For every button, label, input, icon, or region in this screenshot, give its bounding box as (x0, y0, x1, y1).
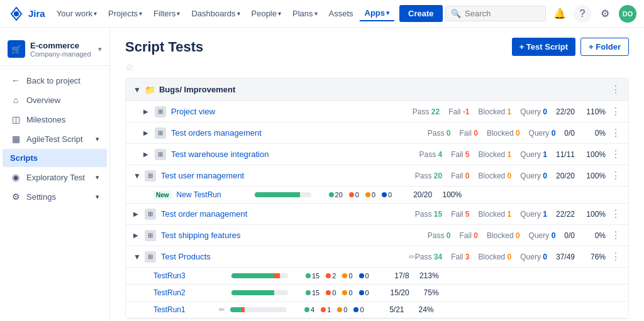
test-row-shipping: ▶ ⊞ Test shipping features Pass 0 Fail 0… (126, 225, 628, 246)
test-row-user-mgmt: ▼ ⊞ Test user management Pass 20 Fail 0 … (126, 165, 628, 187)
row-menu-icon[interactable]: ⋮ (611, 208, 621, 220)
test-type-icon: ⊞ (155, 128, 166, 139)
stats-warehouse: Pass 4 Fail 5 Blocked 1 Query 1 11/11 10… (419, 150, 606, 159)
sidebar-item-back[interactable]: ← Back to project (3, 71, 107, 90)
sidebar: 🛒 E-commerce Company-managed ▾ ← Back to… (0, 28, 110, 321)
edit-products-icon[interactable]: ✏ (409, 253, 415, 261)
stats-project-view: Pass 22 Fail -1 Blocked 1 Query 0 22/20 … (413, 107, 606, 116)
expand-order-mgmt-icon[interactable]: ▶ (133, 210, 141, 217)
agiletest-chevron-icon: ▾ (96, 135, 99, 143)
row-menu-icon[interactable]: ⋮ (611, 229, 621, 241)
row-menu-icon[interactable]: ⋮ (611, 127, 621, 139)
test-type-icon: ⊞ (145, 170, 156, 182)
collapse-products-icon[interactable]: ▼ (133, 253, 141, 261)
sidebar-item-overview[interactable]: ⌂ Overview (3, 90, 107, 109)
nav-logo[interactable]: Jira (8, 5, 45, 23)
row-menu-icon[interactable]: ⋮ (611, 106, 621, 117)
expand-orders-icon[interactable]: ▶ (143, 129, 151, 136)
search-box[interactable]: 🔍 (445, 6, 546, 21)
section-bugs-title: Bugs/ Improvement (159, 85, 235, 94)
sidebar-item-settings[interactable]: ⚙ Settings ▾ (3, 187, 107, 206)
back-icon: ← (10, 75, 21, 85)
project-icon: 🛒 (8, 40, 25, 58)
collapse-user-mgmt-icon[interactable]: ▼ (133, 171, 141, 180)
subrow-pct: 213% (417, 271, 439, 280)
expand-project-view-icon[interactable]: ▶ (143, 108, 151, 115)
create-button[interactable]: Create (399, 5, 442, 22)
nav-item-people[interactable]: People▾ (247, 6, 286, 21)
progress-bar-testrun1 (230, 307, 287, 312)
new-badge: New (153, 191, 172, 199)
notifications-icon[interactable]: 🔔 (551, 5, 569, 23)
milestones-icon: ◫ (10, 114, 21, 124)
dot-stats-testrun3: 15 2 0 0 (306, 272, 369, 280)
sidebar-item-scripts[interactable]: Scripts (3, 149, 107, 167)
section-user-mgmt: ▼ ⊞ Test user management Pass 20 Fail 0 … (126, 165, 628, 204)
svg-point-1 (14, 11, 19, 16)
search-input[interactable] (465, 9, 540, 18)
settings-icon[interactable]: ⚙ (596, 5, 614, 23)
nav-item-dashboards[interactable]: Dashboards▾ (186, 6, 245, 21)
test-row-order-mgmt: ▶ ⊞ Test order management Pass 15 Fail 5… (126, 204, 628, 225)
home-icon: ⌂ (10, 95, 21, 105)
avatar[interactable]: DO (619, 5, 636, 23)
nav-item-your-work[interactable]: Your work▾ (52, 6, 102, 21)
subrow-name-testrun3[interactable]: TestRun3 (153, 271, 216, 280)
sidebar-item-agiletest-script[interactable]: ▦ AgileTest Script ▾ (3, 129, 107, 148)
sidebar-project-header[interactable]: 🛒 E-commerce Company-managed ▾ (0, 35, 109, 66)
expand-shipping-icon[interactable]: ▶ (133, 232, 141, 239)
section-bugs: ▼ 📁 Bugs/ Improvement ⋮ ▶ ⊞ Project view… (126, 79, 628, 165)
sidebar-item-exploratory-test[interactable]: ◉ Exploratory Test ▾ (3, 168, 107, 187)
subrow-name-testrun1[interactable]: TestRun1 (153, 305, 216, 314)
test-type-icon: ⊞ (145, 209, 156, 220)
jira-logo-icon (8, 5, 25, 23)
settings-chevron-icon: ▾ (96, 193, 99, 201)
subrow-name-testrun2[interactable]: TestRun2 (153, 288, 216, 297)
stats-user-mgmt: Pass 20 Fail 0 Blocked 0 Query 0 20/20 1… (415, 171, 606, 180)
test-script-button[interactable]: + Test Script (512, 38, 575, 56)
section-bugs-menu-icon[interactable]: ⋮ (611, 84, 621, 95)
test-name-products[interactable]: Test Products (161, 252, 406, 261)
dot-stats-testrun2: 15 0 0 0 (306, 289, 369, 297)
folder-button[interactable]: + Folder (580, 38, 629, 56)
exploratory-chevron-icon: ▾ (96, 173, 99, 182)
test-name-orders-mgmt[interactable]: Test orders management (171, 128, 428, 138)
test-name-project-view[interactable]: Project view (171, 107, 413, 116)
test-name-user-mgmt[interactable]: Test user management (161, 171, 415, 180)
help-icon[interactable]: ? (574, 5, 591, 23)
nav-item-filters[interactable]: Filters▾ (148, 6, 185, 21)
nav-item-assets[interactable]: Assets (324, 6, 358, 21)
subrow-pct: 24% (412, 305, 434, 314)
subrow-name-new-testrun[interactable]: New TestRun (177, 190, 240, 199)
test-row-products: ▼ ⊞ Test Products ✏ Pass 34 Fail 3 Block… (126, 246, 628, 268)
fail-stat: Fail -1 (448, 107, 469, 116)
main-content: Script Tests + Test Script + Folder ☆ ▼ … (110, 28, 644, 321)
nav-item-plans[interactable]: Plans▾ (287, 6, 323, 21)
collapse-bugs-icon[interactable]: ▼ (133, 85, 141, 94)
progress-bar-testrun3 (231, 273, 288, 278)
expand-warehouse-icon[interactable]: ▶ (143, 151, 151, 158)
pct-stat: 110% (584, 107, 606, 116)
test-name-warehouse[interactable]: Test warehouse integration (171, 150, 419, 159)
edit-testrun1-icon[interactable]: ✏ (219, 305, 225, 314)
agiletest-icon: ▦ (10, 134, 21, 144)
test-type-icon: ⊞ (155, 149, 166, 160)
script-tests-table: ▼ 📁 Bugs/ Improvement ⋮ ▶ ⊞ Project view… (125, 78, 629, 319)
stats-shipping: Pass 0 Fail 0 Blocked 0 Query 0 0/0 0% (428, 231, 606, 240)
test-name-order-mgmt[interactable]: Test order management (161, 209, 415, 219)
nav-item-projects[interactable]: Projects▾ (103, 6, 147, 21)
section-bugs-header: ▼ 📁 Bugs/ Improvement ⋮ (126, 79, 628, 101)
sidebar-item-milestones[interactable]: ◫ Milestones (3, 110, 107, 129)
row-menu-icon[interactable]: ⋮ (611, 251, 621, 263)
star-icon[interactable]: ☆ (125, 61, 629, 73)
jira-logo-text: Jira (28, 8, 45, 19)
subrow-pct: 75% (417, 288, 439, 297)
test-type-icon: ⊞ (145, 230, 156, 241)
subrow-count: 17/8 (384, 271, 409, 280)
row-menu-icon[interactable]: ⋮ (611, 148, 621, 160)
nav-item-apps[interactable]: Apps▾ (360, 6, 395, 21)
row-menu-icon[interactable]: ⋮ (611, 170, 621, 182)
folder-bugs-icon: 📁 (145, 85, 155, 95)
section-products: ▼ ⊞ Test Products ✏ Pass 34 Fail 3 Block… (126, 246, 628, 318)
test-name-shipping[interactable]: Test shipping features (161, 231, 428, 240)
